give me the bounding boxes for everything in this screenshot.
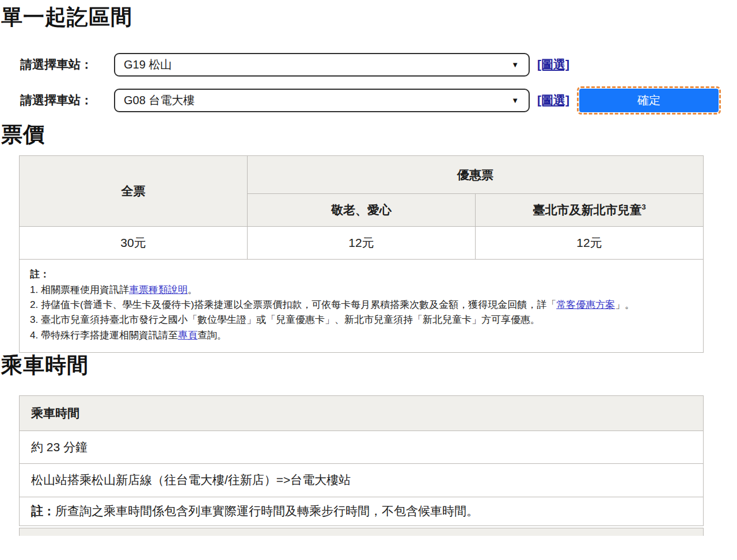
fare-notes-label: 註： xyxy=(30,267,693,282)
origin-selector-row: 請選擇車站： G19 松山 ▼ [圖選] xyxy=(20,51,737,79)
child-fare-header: 臺北市及新北市兒童3 xyxy=(476,194,704,227)
travel-duration-value: 約 23 分鐘 xyxy=(20,431,704,463)
travel-time-header-row: 乘車時間 xyxy=(20,395,704,431)
child-fare-value: 12元 xyxy=(476,227,704,260)
chevron-down-icon: ▼ xyxy=(511,61,519,68)
destination-station-select[interactable]: G08 台電大樓 ▼ xyxy=(114,89,530,112)
travel-time-header: 乘車時間 xyxy=(20,395,704,431)
travel-time-note: 註：所查詢之乘車時間係包含列車實際運行時間及轉乘步行時間，不包含候車時間。 xyxy=(20,497,704,525)
footnote-superscript: 3 xyxy=(641,203,645,211)
full-fare-value: 30元 xyxy=(20,227,248,260)
fare-note-line-2: 2. 持儲值卡(普通卡、學生卡及優待卡)搭乘捷運以全票票價扣款，可依每卡每月累積… xyxy=(30,298,693,313)
next-section-header-partial xyxy=(19,528,704,536)
origin-map-select-link[interactable]: [圖選] xyxy=(537,56,569,73)
route-description-value: 松山站搭乘松山新店線（往台電大樓/往新店）=>台電大樓站 xyxy=(20,463,704,497)
origin-station-select[interactable]: G19 松山 ▼ xyxy=(114,53,530,77)
destination-station-value: G08 台電大樓 xyxy=(124,93,195,108)
station-selector-block: 請選擇車站： G19 松山 ▼ [圖選] 請選擇車站： G08 台電大樓 ▼ [… xyxy=(20,51,737,115)
destination-selector-row: 請選擇車站： G08 台電大樓 ▼ [圖選] 確定 xyxy=(20,86,737,115)
route-description-row: 松山站搭乘松山新店線（往台電大樓/往新店）=>台電大樓站 xyxy=(20,463,704,497)
fare-table: 全票 優惠票 敬老、愛心 臺北市及新北市兒童3 30元 12元 12元 xyxy=(19,155,704,260)
fare-note-line-4: 4. 帶特殊行李搭捷運相關資訊請至專頁查詢。 xyxy=(30,328,693,343)
travel-duration-row: 約 23 分鐘 xyxy=(20,431,704,463)
travel-time-section-title: 乘車時間 xyxy=(1,353,737,378)
discount-group-header: 優惠票 xyxy=(248,156,704,194)
travel-time-note-row: 註：所查詢之乘車時間係包含列車實際運行時間及轉乘步行時間，不包含候車時間。 xyxy=(20,497,704,525)
full-fare-header: 全票 xyxy=(20,156,248,227)
senior-fare-header: 敬老、愛心 xyxy=(248,194,476,227)
confirm-highlight-box: 確定 xyxy=(577,86,721,115)
fare-note-line-3: 3. 臺北市兒童須持臺北市發行之國小「數位學生證」或「兒童優惠卡」、新北市兒童須… xyxy=(30,313,693,327)
travel-time-table: 乘車時間 約 23 分鐘 松山站搭乘松山新店線（往台電大樓/往新店）=>台電大樓… xyxy=(19,395,704,526)
senior-fare-value: 12元 xyxy=(248,227,476,260)
origin-station-value: G19 松山 xyxy=(124,57,172,73)
baggage-info-page-link[interactable]: 專頁 xyxy=(178,330,197,341)
fare-values-row: 30元 12元 12元 xyxy=(20,227,704,260)
frequent-rider-program-link[interactable]: 常客優惠方案 xyxy=(556,299,615,310)
fare-notes-box: 註： 1. 相關票種使用資訊詳車票種類說明。 2. 持儲值卡(普通卡、學生卡及優… xyxy=(19,260,704,353)
fare-section-title: 票價 xyxy=(1,122,737,147)
origin-select-label: 請選擇車站： xyxy=(20,56,114,73)
destination-map-select-link[interactable]: [圖選] xyxy=(537,92,569,108)
confirm-button[interactable]: 確定 xyxy=(579,89,719,112)
chevron-down-icon: ▼ xyxy=(511,97,519,104)
fare-note-line-1: 1. 相關票種使用資訊詳車票種類說明。 xyxy=(30,283,693,298)
ticket-types-link[interactable]: 車票種類說明 xyxy=(129,284,188,295)
fare-table-group-header-row: 全票 優惠票 xyxy=(20,156,704,194)
destination-select-label: 請選擇車站： xyxy=(20,92,114,108)
page-title: 單一起訖區間 xyxy=(1,0,737,30)
